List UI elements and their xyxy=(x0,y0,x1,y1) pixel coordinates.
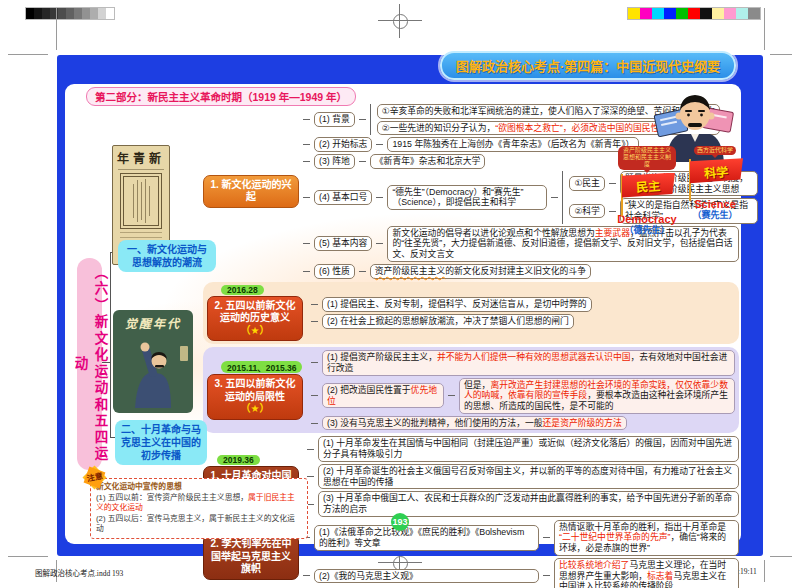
exam-year-badge: 2015.11、2015.36 xyxy=(221,361,302,373)
print-proof-page: 图解政治核心考点.indd 193 2024/5/13 10:19:11 图解政… xyxy=(0,0,800,588)
exam-year-badge: 2019.36 xyxy=(217,455,260,465)
crop-mark xyxy=(770,54,792,55)
magazine-frame xyxy=(120,173,162,229)
branch-box-3: 3. 五四以前新文化运动的局限性（★） xyxy=(207,374,303,420)
label-content: (5) 基本内容 xyxy=(314,236,372,251)
page-number-badge: 193 xyxy=(391,513,409,531)
item-nature: 资产阶级民主主义的新文化反对封建主义旧文化的斗争 xyxy=(370,264,591,279)
significance-1: (1) 提倡民主、反对专制，提倡科学、反对迷信盲从，是切中时弊的 xyxy=(322,297,592,312)
science-cn-label: （赛先生） xyxy=(692,211,737,221)
crop-mark xyxy=(770,556,792,557)
connector-line xyxy=(110,252,111,438)
li-articles: (1)《法俄革命之比较观》《庶民的胜利》《Bolshevism 的胜利》等文章 xyxy=(314,525,539,550)
crop-mark xyxy=(764,8,765,50)
democracy-cn-label: （德先生） xyxy=(624,226,669,236)
branch-box-2: 2. 五四以前新文化运动的历史意义（★） xyxy=(207,296,303,342)
note-line-1: (1) 五四以前：宣传资产阶级民主主义思想，属于旧民主主义的文化运动 xyxy=(96,493,302,514)
label-slogans: (4) 基本口号 xyxy=(314,190,372,205)
limitation-1: (1) 提倡资产阶级民主主义，并不能为人们提供一种有效的思想武器去认识中国，去有… xyxy=(322,350,735,375)
item-front: 《新青年》杂志和北京大学 xyxy=(370,154,486,169)
poster-title: 觉醒年代 xyxy=(113,310,193,331)
democracy-science-flags: 资产阶级民主主义思想和民主主义制度 民主 Democracy （德先生） 西方近… xyxy=(618,146,744,235)
label-start-mark: (2) 开始标志 xyxy=(314,137,372,152)
note-title: 新文化运动中宣传的思想 xyxy=(96,482,302,493)
li-marxism-view-note: 比较系统地介绍了马克思主义理论，在当时思想界产生重大影响，标志着马克思主义在中国… xyxy=(554,558,739,588)
label-science: ②科学 xyxy=(569,204,604,219)
magazine-title: 年青新 xyxy=(116,149,166,167)
color-calibration-bar xyxy=(627,7,761,20)
influence-2: (2) 十月革命诞生的社会主义俄国号召反对帝国主义，并以新的平等的态度对待中国，… xyxy=(318,464,739,489)
branch-box-1: 1. 新文化运动的兴起 xyxy=(203,175,299,208)
page-header-title: 图解政治核心考点·第四篇：中国近现代史纲要 xyxy=(440,51,736,80)
branch-box-5: 2. 李大钊率先在中国举起马克思主义旗帜 xyxy=(203,534,299,580)
item-slogans: “德先生”（Democracy）和“赛先生”（Science），即提倡民主和科学 xyxy=(387,185,547,210)
row-nature: (6) 性质 资产阶级民主主义的新文化反对封建主义旧文化的斗争 xyxy=(303,264,739,279)
influence-1: (1) 十月革命发生在其国情与中国相同（封建压迫严重）或近似（经济文化落后）的俄… xyxy=(318,436,739,461)
crop-mark xyxy=(764,560,765,582)
science-flag-column: 西方近代科学 科学 Science （赛先生） xyxy=(686,146,744,235)
teacher-note-box: 新文化运动中宣传的思想 (1) 五四以前：宣传资产阶级民主主义思想，属于旧民主主… xyxy=(90,478,308,539)
limitation-2: (2) 把改造国民性置于优先地位 xyxy=(322,383,444,408)
label-democracy: ①民主 xyxy=(569,176,604,191)
significance-2: (2) 在社会上掀起的思想解放潮流，冲决了禁锢人们思想的闸门 xyxy=(322,314,574,329)
grayscale-calibration-bar xyxy=(25,7,115,20)
section-historical-significance: 2016.28 2. 五四以前新文化运动的历史意义（★） (1) 提倡民主、反对… xyxy=(203,282,739,345)
science-speech-bubble: 西方近代科学 xyxy=(694,146,736,155)
label-background: (1) 背景 xyxy=(314,112,355,127)
footer-filename: 图解政治核心考点.indd 193 xyxy=(35,567,123,578)
li-marxism-view: (2)《我的马克思主义观》 xyxy=(314,569,539,584)
influence-3: (3) 十月革命中俄国工人、农民和士兵群众的广泛发动并由此赢得胜利的事实，给予中… xyxy=(318,491,739,516)
exam-year-badge: 2016.28 xyxy=(221,285,264,295)
li-articles-note: 热情讴歌十月革命的胜利，指出十月革命是“二十世纪中世界革命的先声”，确信“将来的… xyxy=(554,520,739,556)
item-start-mark: 1915 年陈独秀在上海创办《青年杂志》（后改名为《新青年》） xyxy=(387,137,639,152)
branch-label-1: 一、新文化运动与思想解放的潮流 xyxy=(118,240,216,272)
crop-mark xyxy=(56,8,57,50)
label-front: (3) 阵地 xyxy=(314,154,355,169)
democracy-flag-column: 资产阶级民主主义思想和民主主义制度 民主 Democracy （德先生） xyxy=(618,146,676,235)
poster-seal xyxy=(180,346,188,361)
branch-label-2: 二、十月革命与马克思主义在中国的初步传播 xyxy=(115,420,207,465)
awakening-age-poster: 觉醒年代 xyxy=(113,310,193,413)
crop-mark xyxy=(8,54,48,55)
section-limitations: 2015.11、2015.36 3. 五四以前新文化运动的局限性（★） (1) … xyxy=(203,347,739,433)
note-burst-icon: 注意 xyxy=(80,466,110,490)
label-nature: (6) 性质 xyxy=(314,264,355,279)
science-flag: 科学 xyxy=(687,158,743,185)
science-en-label: Science xyxy=(694,199,736,210)
note-line-2: (2) 五四以后：宣传马克思主义，属于新民主主义的文化运动 xyxy=(96,514,302,535)
burst-label: 注意 xyxy=(78,463,112,493)
democracy-en-label: Democracy xyxy=(617,214,676,225)
chapter-side-title: （六）新文化运动和五四运动 xyxy=(77,258,102,470)
limitation-2-note: 但是，离开改造产生封建思想的社会环境的革命实践，仅仅依靠少数人的呐喊，依靠有限的… xyxy=(459,378,735,414)
decorative-rule xyxy=(118,169,164,170)
democracy-flag: 民主 xyxy=(619,173,675,200)
part-badge: 第二部分：新民主主义革命时期（1919 年—1949 年） xyxy=(86,87,356,106)
democracy-speech-bubble: 资产阶级民主主义思想和民主主义制度 xyxy=(618,146,676,170)
poster-man-illustration xyxy=(113,331,193,413)
crop-mark xyxy=(8,556,48,557)
registration-mark-top xyxy=(378,4,422,38)
limitation-3: (3) 没有马克思主义的批判精神，他们使用的方法，一般还是资产阶级的方法 xyxy=(322,416,627,431)
